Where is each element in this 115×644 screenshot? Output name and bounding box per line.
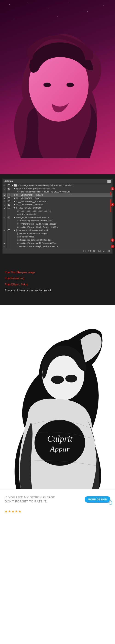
dialog-toggle[interactable] bbox=[7, 242, 11, 245]
toggle-checkbox[interactable] bbox=[3, 206, 7, 210]
action-row[interactable]: :::::Sharpen Image bbox=[3, 235, 112, 238]
chevron-right-icon[interactable] bbox=[14, 207, 15, 209]
action-row[interactable]: Turn Image to Vectorize Action (By haica… bbox=[3, 184, 112, 187]
callout-marker: 3 bbox=[111, 187, 114, 190]
toggle-checkbox[interactable] bbox=[3, 203, 7, 206]
chevron-right-icon[interactable] bbox=[14, 216, 15, 218]
toggle-checkbox[interactable] bbox=[3, 216, 7, 219]
action-content: >>>>>Dont Touch ~ Height Resize ~ 2000px bbox=[11, 226, 111, 228]
toggle-checkbox[interactable] bbox=[3, 194, 7, 196]
star-icon: ★ bbox=[12, 510, 15, 513]
toggle-checkbox[interactable] bbox=[3, 219, 7, 222]
dialog-toggle[interactable] bbox=[7, 229, 11, 232]
dialog-toggle[interactable] bbox=[7, 232, 11, 235]
action-content: | >>>Dont Touch ~Make Work Path bbox=[11, 229, 111, 232]
action-row[interactable]: >>>>>Dont Touch ~ Height Resize ~ 2000px bbox=[3, 226, 112, 229]
svg-point-2 bbox=[66, 82, 74, 87]
toggle-checkbox[interactable] bbox=[3, 238, 7, 242]
toggle-checkbox[interactable] bbox=[3, 232, 7, 235]
action-row[interactable]: >>>>>Dont Touch ~ Width Resize=2000px bbox=[3, 222, 112, 226]
toggle-checkbox[interactable] bbox=[3, 245, 7, 248]
dialog-toggle[interactable] bbox=[7, 245, 11, 248]
dialog-toggle[interactable] bbox=[7, 219, 11, 222]
dialog-toggle[interactable] bbox=[7, 187, 11, 190]
action-label: >>>>>Dont Touch ~ Width Resize=2000px bbox=[17, 223, 56, 225]
dialog-toggle[interactable] bbox=[7, 203, 11, 206]
action-label: 02__VECTORIZE__Face bbox=[16, 197, 39, 199]
action-row[interactable]: 04__VECTORIZE__Realistic bbox=[3, 203, 112, 206]
dialog-toggle[interactable] bbox=[7, 200, 11, 203]
action-row[interactable]: | >>>Dont Touch ~Rotate Image bbox=[3, 232, 112, 235]
toggle-checkbox[interactable] bbox=[3, 242, 7, 245]
action-row[interactable]: >>>>>Dont Touch ~ Width Resize=3000px bbox=[3, 242, 112, 245]
action-label: >>>>>>>>>>>>>>>>>>>>>>>>>>>> bbox=[17, 210, 51, 212]
toggle-checkbox[interactable] bbox=[3, 200, 7, 203]
chevron-right-icon[interactable] bbox=[14, 200, 15, 202]
chevron-right-icon[interactable] bbox=[14, 188, 15, 190]
action-row[interactable]: 02__VECTORIZE__Face bbox=[3, 196, 112, 200]
action-row[interactable]: >>>>>Dont Touch ~ Height Resize ~ 3000px bbox=[3, 245, 112, 248]
action-content: >>>>>Dont Touch ~ Width Resize=3000px bbox=[11, 242, 111, 244]
toggle-checkbox[interactable] bbox=[3, 235, 7, 238]
instruction-line: Run any of them or run one by one all. bbox=[5, 288, 110, 294]
stop-icon[interactable] bbox=[83, 250, 86, 252]
toggle-checkbox[interactable] bbox=[3, 229, 7, 232]
red-highlight-stripe bbox=[110, 192, 111, 195]
panel-header: Actions bbox=[3, 179, 112, 184]
action-row[interactable]: 01__VECTORIZE__(Default) bbox=[3, 194, 112, 196]
chevron-right-icon[interactable] bbox=[14, 230, 15, 231]
chevron-right-icon[interactable] bbox=[14, 197, 15, 199]
action-row[interactable]: :::::Resize Img between {3000px Size} bbox=[3, 238, 112, 242]
action-content: Turn Image to Vectorize Action (By haica… bbox=[11, 184, 111, 186]
toggle-checkbox[interactable] bbox=[3, 222, 7, 226]
record-icon[interactable] bbox=[88, 250, 91, 252]
dialog-toggle[interactable] bbox=[7, 190, 11, 194]
dialog-toggle[interactable] bbox=[7, 226, 11, 229]
action-content: >>>>>Dont Touch ~ Width Resize=2000px bbox=[11, 223, 111, 225]
action-row[interactable]: :::::Resize Img between {2000px Size} bbox=[3, 219, 112, 222]
chevron-right-icon[interactable] bbox=[14, 194, 15, 196]
play-icon[interactable] bbox=[93, 250, 96, 252]
svg-point-10 bbox=[51, 376, 64, 384]
action-row[interactable]: >>>>>>>>>>>>>>>>>>>>>>>>>>>> bbox=[3, 210, 112, 213]
toggle-checkbox[interactable] bbox=[3, 210, 7, 213]
dialog-toggle[interactable] bbox=[7, 216, 11, 219]
hero-vector-pink bbox=[0, 0, 115, 174]
dialog-toggle[interactable] bbox=[7, 213, 11, 216]
dialog-toggle[interactable] bbox=[7, 235, 11, 238]
folder-icon bbox=[14, 184, 17, 186]
toggle-checkbox[interactable] bbox=[3, 226, 7, 229]
action-content: | >>>Dont Touch ~Rotate Image bbox=[11, 232, 111, 235]
new-set-icon[interactable] bbox=[98, 250, 100, 252]
panel-menu-icon[interactable] bbox=[107, 180, 111, 182]
action-label: | >>>Dont Touch ~Make Work Path bbox=[16, 229, 48, 232]
dialog-toggle[interactable] bbox=[7, 206, 11, 210]
action-label: !__VECTORIZE__Oil Paint bbox=[16, 207, 41, 209]
dialog-toggle[interactable] bbox=[7, 210, 11, 213]
chevron-right-icon[interactable] bbox=[14, 204, 15, 206]
action-row[interactable]: !__VECTORIZE__Oil Paint bbox=[3, 206, 112, 210]
action-row[interactable]: www.graphicriver.net/user/haicamon bbox=[3, 216, 112, 219]
chevron-down-icon[interactable] bbox=[12, 185, 13, 186]
trash-icon[interactable] bbox=[108, 250, 110, 252]
action-row[interactable]: | >>>Dont Touch ~Make Work Path bbox=[3, 229, 112, 232]
toggle-checkbox[interactable] bbox=[3, 184, 7, 187]
new-action-icon[interactable] bbox=[103, 250, 105, 252]
action-row[interactable]: Check Another Action bbox=[3, 213, 112, 216]
toggle-checkbox[interactable] bbox=[3, 196, 7, 200]
dialog-toggle[interactable] bbox=[7, 222, 11, 226]
action-content: >>>>>Dont Touch ~ Height Resize ~ 3000px bbox=[11, 245, 111, 248]
dialog-toggle[interactable] bbox=[7, 196, 11, 200]
toggle-checkbox[interactable] bbox=[3, 190, 7, 194]
dialog-toggle[interactable] bbox=[7, 184, 11, 187]
cta-line1: IF YOU LIKE MY DESIGN PLEASE bbox=[5, 495, 81, 500]
panel-title: Actions bbox=[4, 180, 13, 182]
toggle-checkbox[interactable] bbox=[3, 213, 7, 216]
dialog-toggle[interactable] bbox=[7, 238, 11, 242]
more-design-button[interactable]: MORE DESIGN bbox=[85, 496, 110, 503]
action-row[interactable]: @ {BASIC SETUP} Play IT Important Frist bbox=[3, 187, 112, 190]
toggle-checkbox[interactable] bbox=[3, 187, 7, 190]
dialog-toggle[interactable] bbox=[7, 194, 11, 196]
action-row[interactable]: >>Now Turn to Vectorize >> {RUN THE BELO… bbox=[3, 190, 112, 194]
action-row[interactable]: 03__VECTORIZE__2 & 3 Colors bbox=[3, 200, 112, 203]
